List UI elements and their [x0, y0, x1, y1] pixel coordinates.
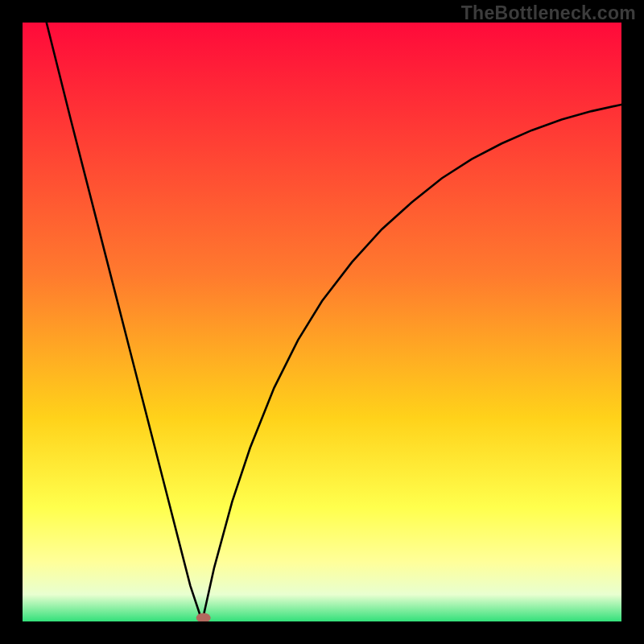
watermark-label: TheBottleneck.com: [461, 2, 636, 24]
chart-frame: TheBottleneck.com: [0, 0, 644, 644]
bottleneck-chart: [23, 23, 621, 621]
gradient-background: [23, 23, 621, 621]
